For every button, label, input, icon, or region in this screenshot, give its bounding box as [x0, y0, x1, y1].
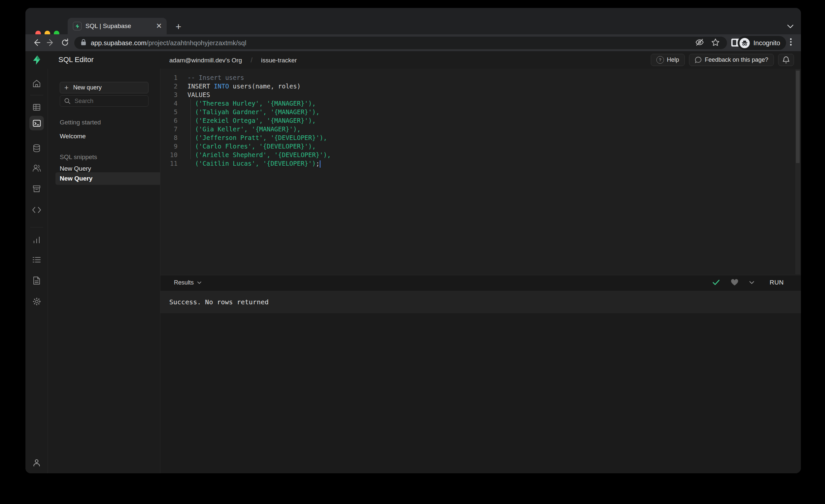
api-docs-icon[interactable]: [25, 273, 48, 288]
authentication-icon[interactable]: [25, 160, 48, 176]
browser-window: SQL | Supabase ✕ + app.supabase.com/proj…: [25, 8, 801, 473]
feedback-button[interactable]: Feedback on this page?: [689, 54, 774, 66]
tab-close-icon[interactable]: ✕: [156, 22, 162, 30]
code-lines: 1-- Insert users2INSERT INTO users(name,…: [160, 73, 801, 168]
scrollbar-thumb[interactable]: [796, 71, 800, 163]
editor-scrollbar[interactable]: [795, 69, 800, 274]
browser-menu-icon[interactable]: [790, 38, 792, 46]
tab-search-chevron-icon[interactable]: [787, 24, 794, 30]
storage-icon[interactable]: [25, 181, 48, 197]
line-number: 2: [160, 82, 177, 90]
table-editor-icon[interactable]: [25, 99, 48, 115]
results-label: Results: [174, 279, 194, 286]
url-path: /project/azahtnhqohyjerzaxtmk/sql: [147, 39, 695, 47]
line-number: 1: [160, 73, 177, 82]
line-number: 7: [160, 125, 177, 133]
account-icon[interactable]: [25, 455, 48, 471]
bookmark-star-icon[interactable]: [711, 38, 720, 48]
line-number: 3: [160, 90, 177, 99]
code-text: ('Jefferson Pratt', '{DEVELOPER}'),: [188, 133, 327, 142]
search-input[interactable]: [74, 97, 138, 105]
new-query-label: New query: [73, 84, 102, 91]
page-title: SQL Editor: [58, 56, 94, 64]
home-icon[interactable]: [25, 76, 48, 91]
browser-tab[interactable]: SQL | Supabase ✕: [68, 18, 167, 34]
code-text: ('Theresa Hurley', '{MANAGER}'),: [188, 99, 316, 107]
results-status-panel: Success. No rows returned: [160, 291, 801, 313]
lock-icon: [81, 39, 86, 47]
code-text: INSERT INTO users(name, roles): [188, 82, 301, 90]
browser-toolbar: app.supabase.com/project/azahtnhqohyjerz…: [25, 34, 801, 51]
sql-code-editor[interactable]: 1-- Insert users2INSERT INTO users(name,…: [160, 69, 801, 275]
line-number: 8: [160, 133, 177, 142]
code-text: ('Gia Keller', '{MANAGER}'),: [188, 125, 301, 133]
breadcrumb-org[interactable]: adam@windmill.dev's Org: [169, 57, 242, 64]
nav-rail: [25, 69, 48, 473]
search-box[interactable]: [60, 95, 149, 106]
settings-gear-icon[interactable]: [25, 293, 48, 309]
query-sidebar: + New query Getting started Welcome SQL …: [48, 69, 160, 473]
help-button[interactable]: ? Help: [651, 54, 685, 66]
results-dropdown[interactable]: Results: [174, 279, 202, 286]
search-icon: [64, 98, 71, 104]
incognito-avatar-icon: [740, 38, 750, 48]
sql-editor-icon[interactable]: [29, 116, 44, 130]
reports-icon[interactable]: [25, 232, 48, 248]
indent-guide: [191, 99, 191, 159]
code-line: 7 ('Gia Keller', '{MANAGER}'),: [160, 125, 801, 133]
new-tab-button[interactable]: +: [175, 22, 181, 32]
incognito-label: Incognito: [753, 39, 780, 47]
line-number: 10: [160, 150, 177, 159]
supabase-logo-icon[interactable]: [25, 51, 48, 69]
edge-functions-icon[interactable]: [25, 202, 48, 218]
code-text: ('Caitlin Lucas', '{DEVELOPER}');: [188, 159, 320, 168]
code-text: ('Ezekiel Ortega', '{MANAGER}'),: [188, 116, 316, 125]
code-line: 5 ('Taliyah Gardner', '{MANAGER}'),: [160, 107, 801, 116]
rail-divider: [30, 95, 43, 95]
line-number: 5: [160, 107, 177, 116]
tab-strip: SQL | Supabase ✕ +: [25, 8, 801, 34]
supabase-favicon: [73, 22, 81, 30]
line-number: 11: [160, 159, 177, 168]
new-query-button[interactable]: + New query: [60, 82, 149, 93]
code-line: 10 ('Arielle Shepherd', '{DEVELOPER}'),: [160, 150, 801, 159]
back-icon[interactable]: [32, 38, 41, 49]
tab-title: SQL | Supabase: [85, 22, 156, 30]
help-icon: ?: [656, 56, 664, 64]
rail-divider: [30, 227, 43, 227]
chevron-down-icon: [197, 281, 202, 284]
url-host: app.supabase.com: [91, 39, 147, 47]
logs-icon[interactable]: [25, 252, 48, 268]
code-line: 1-- Insert users: [160, 73, 801, 82]
address-bar[interactable]: app.supabase.com/project/azahtnhqohyjerz…: [74, 37, 727, 49]
code-text: ('Carlo Flores', '{DEVELOPER}'),: [188, 142, 316, 150]
incognito-badge[interactable]: Incognito: [738, 36, 786, 50]
code-text: ('Arielle Shepherd', '{DEVELOPER}'),: [188, 150, 331, 159]
bell-icon: [782, 56, 790, 64]
database-icon[interactable]: [25, 140, 48, 156]
text-cursor: [320, 160, 320, 168]
sidebar-item-new-query-selected[interactable]: New Query: [56, 172, 175, 185]
sidebar-item-new-query[interactable]: New Query: [60, 165, 91, 172]
breadcrumb-project[interactable]: issue-tracker: [261, 57, 297, 64]
forward-icon[interactable]: [46, 38, 55, 49]
code-text: ('Taliyah Gardner', '{MANAGER}'),: [188, 107, 319, 116]
code-line: 2INSERT INTO users(name, roles): [160, 82, 801, 90]
success-check-icon: [712, 279, 720, 286]
breadcrumb: adam@windmill.dev's Org / issue-tracker: [169, 57, 297, 64]
run-button[interactable]: RUN: [769, 279, 784, 286]
code-text: VALUES: [188, 90, 210, 99]
code-text: -- Insert users: [188, 73, 244, 82]
favorite-heart-icon[interactable]: [731, 279, 739, 286]
app-header: SQL Editor adam@windmill.dev's Org / iss…: [25, 51, 801, 69]
status-message: Success. No rows returned: [169, 298, 269, 306]
reload-icon[interactable]: [60, 38, 70, 49]
code-line: 3VALUES: [160, 90, 801, 99]
run-options-chevron-icon[interactable]: [749, 281, 754, 284]
code-line: 8 ('Jefferson Pratt', '{DEVELOPER}'),: [160, 133, 801, 142]
code-line: 11 ('Caitlin Lucas', '{DEVELOPER}');: [160, 159, 801, 168]
notifications-button[interactable]: [778, 54, 794, 66]
help-label: Help: [667, 57, 679, 63]
sidebar-item-welcome[interactable]: Welcome: [60, 133, 86, 140]
eye-off-icon[interactable]: [695, 38, 704, 48]
